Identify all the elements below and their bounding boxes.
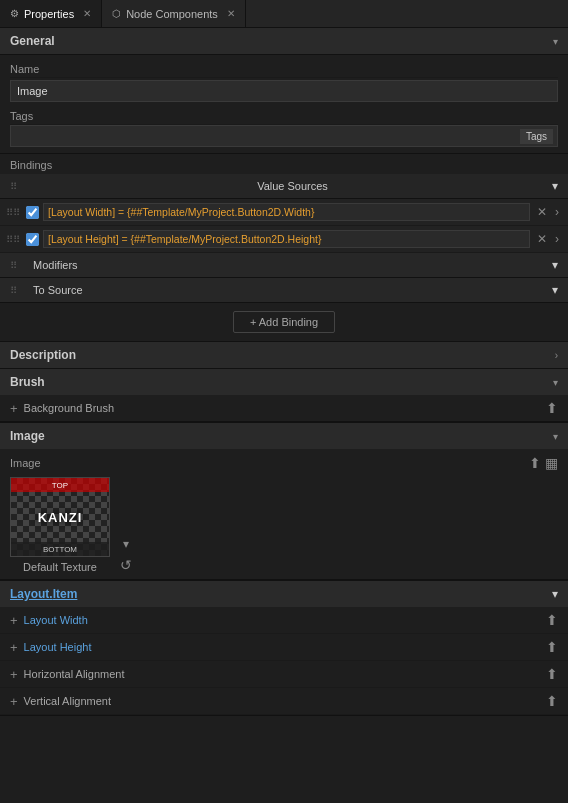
layout-width-label: Layout Width	[24, 614, 88, 626]
image-chevron-icon: ▾	[553, 431, 558, 442]
bindings-label: Bindings	[0, 154, 568, 174]
binding-actions-2: ✕ ›	[534, 231, 562, 247]
tags-button[interactable]: Tags	[520, 129, 553, 144]
description-chevron-icon: ›	[555, 350, 558, 361]
layout-item-row-2: + Horizontal Alignment ⬆	[0, 661, 568, 688]
binding-navigate-button-1[interactable]: ›	[552, 204, 562, 220]
image-upload-button[interactable]: ⬆	[529, 455, 541, 471]
description-title: Description	[10, 348, 76, 362]
thumbnail-dropdown-button[interactable]: ▾	[123, 537, 129, 551]
brush-section-header[interactable]: Brush ▾	[0, 369, 568, 395]
general-chevron-icon: ▾	[553, 36, 558, 47]
value-sources-header[interactable]: ⠿ Value Sources ▾	[0, 174, 568, 199]
tab-node-components-label: Node Components	[126, 8, 218, 20]
tab-properties[interactable]: ⚙ Properties ✕	[0, 0, 102, 27]
image-row-top: Image ⬆ ▦	[10, 455, 558, 471]
binding-checkbox-2[interactable]	[26, 233, 39, 246]
modifiers-drag-icon: ⠿	[10, 260, 17, 271]
layout-plus-icon-3[interactable]: +	[10, 694, 18, 709]
layout-item-left-2: + Horizontal Alignment	[10, 667, 124, 682]
brush-title: Brush	[10, 375, 45, 389]
texture-top-bar: TOP	[11, 478, 109, 492]
image-grid-button[interactable]: ▦	[545, 455, 558, 471]
properties-icon: ⚙	[10, 8, 19, 19]
brush-background-label: Background Brush	[24, 402, 115, 414]
node-components-icon: ⬡	[112, 8, 121, 19]
layout-item-left-3: + Vertical Alignment	[10, 694, 111, 709]
tags-input-row: Tags	[10, 125, 558, 147]
layout-vertical-alignment-label: Vertical Alignment	[24, 695, 111, 707]
modifiers-header[interactable]: ⠿ Modifiers ▾	[0, 253, 568, 278]
brush-item-row: + Background Brush ⬆	[0, 395, 568, 422]
tab-properties-close[interactable]: ✕	[83, 8, 91, 19]
layout-item-row-1: + Layout Height ⬆	[0, 634, 568, 661]
layout-title-suffix: Item	[53, 587, 78, 601]
layout-vertical-alignment-upload-button[interactable]: ⬆	[546, 693, 558, 709]
image-section-header[interactable]: Image ▾	[0, 423, 568, 449]
to-source-chevron-icon: ▾	[552, 283, 558, 297]
layout-item-row-0: + Layout Width ⬆	[0, 607, 568, 634]
modifiers-chevron-icon: ▾	[552, 258, 558, 272]
brush-upload-button[interactable]: ⬆	[546, 400, 558, 416]
tab-node-components[interactable]: ⬡ Node Components ✕	[102, 0, 246, 27]
layout-width-upload-button[interactable]: ⬆	[546, 612, 558, 628]
layout-height-upload-button[interactable]: ⬆	[546, 639, 558, 655]
binding-row-1: ⠿⠿ [Layout Width] = {##Template/MyProjec…	[0, 199, 568, 226]
layout-plus-icon-2[interactable]: +	[10, 667, 18, 682]
layout-plus-icon-1[interactable]: +	[10, 640, 18, 655]
layout-plus-icon-0[interactable]: +	[10, 613, 18, 628]
name-field-row: Name	[10, 59, 558, 78]
image-title: Image	[10, 429, 45, 443]
thumbnail-reset-button[interactable]: ↺	[120, 557, 132, 573]
layout-horizontal-alignment-label: Horizontal Alignment	[24, 668, 125, 680]
binding-remove-button-2[interactable]: ✕	[534, 231, 550, 247]
texture-bottom-bar: BOTTOM	[11, 542, 109, 556]
name-input[interactable]	[10, 80, 558, 102]
layout-section-header[interactable]: Layout.Item ▾	[0, 581, 568, 607]
general-section-header[interactable]: General ▾	[0, 28, 568, 55]
description-section-header[interactable]: Description ›	[0, 342, 568, 368]
value-sources-drag-icon: ⠿	[10, 181, 17, 192]
to-source-header[interactable]: ⠿ To Source ▾	[0, 278, 568, 303]
layout-horizontal-alignment-upload-button[interactable]: ⬆	[546, 666, 558, 682]
tab-node-components-close[interactable]: ✕	[227, 8, 235, 19]
binding-row-2: ⠿⠿ [Layout Height] = {##Template/MyProje…	[0, 226, 568, 253]
layout-item-row-3: + Vertical Alignment ⬆	[0, 688, 568, 715]
brush-chevron-icon: ▾	[553, 377, 558, 388]
binding-text-1: [Layout Width] = {##Template/MyProject.B…	[43, 203, 530, 221]
to-source-drag-icon: ⠿	[10, 285, 17, 296]
tab-bar: ⚙ Properties ✕ ⬡ Node Components ✕	[0, 0, 568, 28]
brush-plus-icon[interactable]: +	[10, 401, 18, 416]
name-label: Name	[10, 63, 70, 75]
tags-label: Tags	[10, 110, 70, 122]
tab-properties-label: Properties	[24, 8, 74, 20]
value-sources-chevron-icon: ▾	[552, 179, 558, 193]
layout-item-left-1: + Layout Height	[10, 640, 91, 655]
modifiers-title: Modifiers	[21, 259, 78, 271]
image-section: Image ▾ Image ⬆ ▦ TOP KANZI BOTTOM De	[0, 423, 568, 581]
layout-item-section: Layout.Item ▾ + Layout Width ⬆ + Layout …	[0, 581, 568, 716]
value-sources-title: Value Sources	[245, 180, 328, 192]
layout-title-prefix: Layout.	[10, 587, 53, 601]
layout-height-label: Layout Height	[24, 641, 92, 653]
kanzi-logo-text: KANZI	[38, 510, 83, 525]
binding-actions-1: ✕ ›	[534, 204, 562, 220]
add-binding-button[interactable]: + Add Binding	[233, 311, 335, 333]
image-thumbnail: TOP KANZI BOTTOM	[10, 477, 110, 557]
general-title: General	[10, 34, 55, 48]
binding-drag-icon-2: ⠿⠿	[6, 234, 20, 245]
texture-overlay: TOP KANZI BOTTOM	[11, 478, 109, 556]
thumbnail-wrapper: TOP KANZI BOTTOM Default Texture	[10, 477, 110, 573]
add-binding-row: + Add Binding	[0, 303, 568, 342]
description-section: Description ›	[0, 342, 568, 369]
layout-chevron-icon: ▾	[552, 587, 558, 601]
binding-navigate-button-2[interactable]: ›	[552, 231, 562, 247]
image-actions: ⬆ ▦	[529, 455, 558, 471]
brush-item-left: + Background Brush	[10, 401, 114, 416]
binding-remove-button-1[interactable]: ✕	[534, 204, 550, 220]
image-label: Image	[10, 457, 41, 469]
layout-section-title: Layout.Item	[10, 587, 77, 601]
to-source-title: To Source	[21, 284, 83, 296]
image-thumbnail-area: TOP KANZI BOTTOM Default Texture ▾ ↺	[10, 477, 558, 573]
binding-checkbox-1[interactable]	[26, 206, 39, 219]
